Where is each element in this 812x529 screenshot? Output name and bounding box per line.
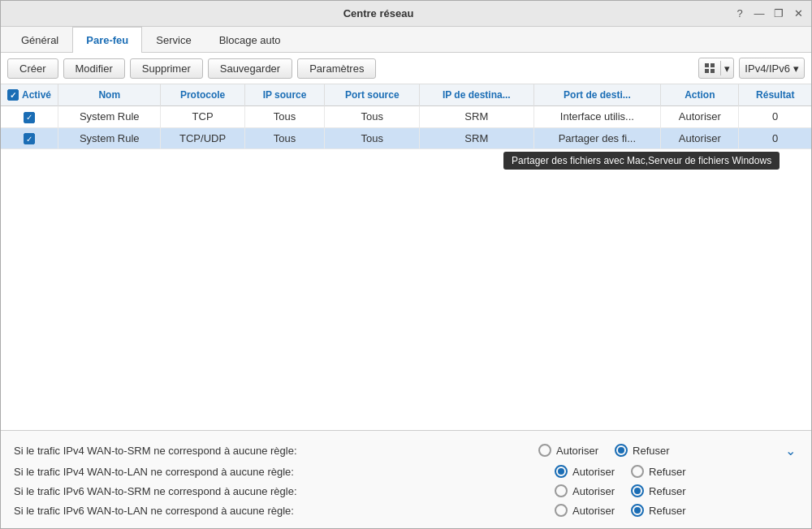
view-dropdown-arrow[interactable]: ▾: [721, 61, 733, 76]
tab-parefeu[interactable]: Pare-feu: [72, 27, 142, 53]
minimize-button[interactable]: —: [753, 7, 766, 20]
bottom-row: Si le trafic IPv6 WAN-to-LAN ne correspo…: [14, 501, 798, 520]
col-protocole: Protocole: [161, 84, 244, 106]
table-wrapper: Activé Nom Protocole IP source Port sour…: [1, 84, 811, 430]
col-ip-dest: IP de destina...: [420, 84, 534, 106]
col-port-dest: Port de desti...: [533, 84, 661, 106]
row-checkbox[interactable]: [24, 112, 35, 123]
cell-ip_source: Tous: [244, 127, 325, 149]
supprimer-button[interactable]: Supprimer: [130, 58, 203, 79]
table-row[interactable]: System RuleTCP/UDPTousTousSRMPartager de…: [1, 127, 811, 149]
radio-circle-refuser: [631, 465, 644, 478]
modifier-button[interactable]: Modifier: [63, 58, 125, 79]
cell-port_source: Tous: [325, 106, 420, 128]
close-button[interactable]: ✕: [792, 7, 805, 20]
cell-ip_dest: SRM: [420, 127, 534, 149]
autoriser-label: Autoriser: [572, 505, 615, 517]
col-port-source: Port source: [325, 84, 420, 106]
col-active: Activé: [1, 84, 58, 106]
bottom-row-label: Si le trafic IPv4 WAN-to-SRM ne correspo…: [14, 445, 538, 457]
cell-resultat: 0: [739, 127, 811, 149]
protocol-dropdown-arrow: ▾: [793, 62, 799, 75]
cell-protocole: TCP/UDP: [161, 127, 244, 149]
radio-circle-autoriser: [555, 484, 568, 497]
radio-circle-refuser: [631, 484, 644, 497]
autoriser-label: Autoriser: [572, 485, 615, 497]
tab-blocage[interactable]: Blocage auto: [205, 27, 295, 53]
row-checkbox[interactable]: [24, 133, 35, 144]
radio-group: AutoriserRefuser: [555, 504, 798, 517]
refuser-label: Refuser: [649, 505, 686, 517]
cell-port_dest: Interface utilis...: [533, 106, 661, 128]
col-ip-source: IP source: [244, 84, 325, 106]
creer-button[interactable]: Créer: [7, 58, 58, 79]
cell-resultat: 0: [739, 106, 811, 128]
bottom-row: Si le trafic IPv4 WAN-to-LAN ne correspo…: [14, 462, 798, 481]
radio-group: AutoriserRefuser: [555, 484, 798, 497]
radio-circle-refuser: [615, 444, 628, 457]
tab-general[interactable]: Général: [7, 27, 72, 53]
refuser-label: Refuser: [649, 485, 686, 497]
cell-nom: System Rule: [58, 127, 161, 149]
radio-circle-autoriser: [538, 444, 551, 457]
radio-autoriser[interactable]: Autoriser: [555, 484, 615, 497]
expand-icon[interactable]: ⌄: [782, 442, 798, 458]
col-nom: Nom: [58, 84, 161, 106]
maximize-button[interactable]: ❐: [772, 7, 785, 20]
title-bar-controls: ? — ❐ ✕: [733, 7, 805, 20]
bottom-row: Si le trafic IPv4 WAN-to-SRM ne correspo…: [14, 439, 798, 462]
tabs-bar: Général Pare-feu Service Blocage auto: [1, 27, 811, 53]
radio-circle-autoriser: [555, 504, 568, 517]
bottom-row-label: Si le trafic IPv6 WAN-to-LAN ne correspo…: [14, 505, 555, 517]
radio-circle-refuser: [631, 504, 644, 517]
parametres-button[interactable]: Paramètres: [297, 58, 376, 79]
bottom-panel: Si le trafic IPv4 WAN-to-SRM ne correspo…: [1, 430, 811, 528]
toolbar: Créer Modifier Supprimer Sauvegarder Par…: [1, 53, 811, 84]
autoriser-label: Autoriser: [556, 445, 598, 457]
svg-rect-3: [710, 69, 715, 73]
refuser-label: Refuser: [633, 445, 670, 457]
radio-refuser[interactable]: Refuser: [631, 465, 686, 478]
radio-autoriser[interactable]: Autoriser: [555, 504, 615, 517]
autoriser-label: Autoriser: [572, 466, 615, 478]
cell-nom: System Rule: [58, 106, 161, 128]
radio-refuser[interactable]: Refuser: [631, 504, 686, 517]
table-header-row: Activé Nom Protocole IP source Port sour…: [1, 84, 811, 106]
radio-group: AutoriserRefuser: [538, 444, 782, 457]
radio-circle-autoriser: [555, 465, 568, 478]
view-selector[interactable]: ▾: [698, 58, 734, 79]
table-row[interactable]: System RuleTCPTousTousSRMInterface utili…: [1, 106, 811, 128]
svg-rect-2: [705, 69, 709, 73]
svg-rect-0: [705, 63, 709, 67]
main-window: Centre réseau ? — ❐ ✕ Général Pare-feu S…: [0, 0, 812, 529]
protocol-label: IPv4/IPv6: [745, 62, 790, 75]
rules-table: Activé Nom Protocole IP source Port sour…: [1, 84, 811, 149]
select-all-checkbox[interactable]: [7, 89, 19, 101]
cell-action: Autoriser: [661, 127, 739, 149]
sauvegarder-button[interactable]: Sauvegarder: [208, 58, 292, 79]
title-bar: Centre réseau ? — ❐ ✕: [1, 1, 811, 27]
cell-ip_dest: SRM: [420, 106, 534, 128]
help-button[interactable]: ?: [733, 7, 746, 20]
col-resultat: Résultat: [739, 84, 811, 106]
radio-refuser[interactable]: Refuser: [615, 444, 670, 457]
radio-autoriser[interactable]: Autoriser: [538, 444, 598, 457]
cell-ip_source: Tous: [244, 106, 325, 128]
bottom-row-label: Si le trafic IPv4 WAN-to-LAN ne correspo…: [14, 466, 555, 478]
tab-service[interactable]: Service: [142, 27, 205, 53]
window-title: Centre réseau: [24, 7, 733, 19]
col-action: Action: [661, 84, 739, 106]
bottom-row: Si le trafic IPv6 WAN-to-SRM ne correspo…: [14, 481, 798, 501]
radio-autoriser[interactable]: Autoriser: [555, 465, 615, 478]
tooltip: Partager des fichiers avec Mac,Serveur d…: [503, 152, 780, 170]
grid-view-icon[interactable]: [699, 61, 721, 75]
protocol-selector[interactable]: IPv4/IPv6 ▾: [739, 58, 805, 79]
svg-rect-1: [710, 63, 715, 67]
radio-refuser[interactable]: Refuser: [631, 484, 686, 497]
radio-group: AutoriserRefuser: [555, 465, 798, 478]
cell-port_source: Tous: [325, 127, 420, 149]
refuser-label: Refuser: [649, 466, 686, 478]
cell-port_dest: Partager des fi...: [533, 127, 661, 149]
cell-protocole: TCP: [161, 106, 244, 128]
cell-action: Autoriser: [661, 106, 739, 128]
